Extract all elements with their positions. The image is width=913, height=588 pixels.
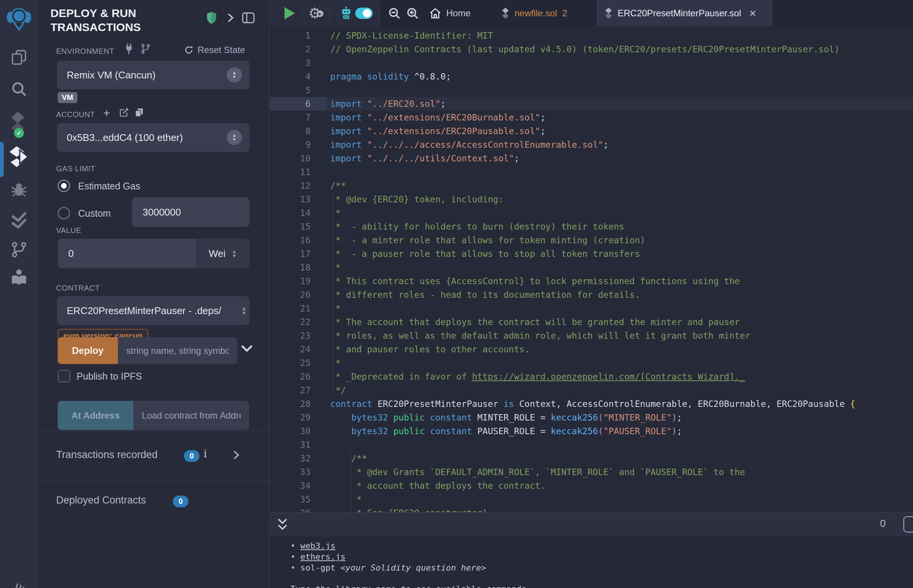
code-line-22[interactable]: 22 * The account that deploys the contra… [270,315,913,329]
code-line-8[interactable]: 8import "../extensions/ERC20Pausable.sol… [270,124,913,138]
value-input[interactable] [58,239,196,268]
remix-logo[interactable] [0,5,38,32]
code-line-3[interactable]: 3 [270,56,913,70]
code-line-23[interactable]: 23 * roles, as well as the default admin… [270,329,913,342]
fork-icon[interactable] [140,43,151,56]
code-line-6[interactable]: 6import "../ERC20.sol"; [270,97,913,111]
at-address-button[interactable]: At Address [58,401,133,430]
at-address-input[interactable] [133,401,249,430]
account-select[interactable]: 0x5B3...eddC4 (100 ether) ▲▼ [57,123,249,152]
code-line-27[interactable]: 27 */ [270,383,913,397]
code-line-32[interactable]: 32 /** [270,452,913,465]
code-line-4[interactable]: 4pragma solidity ^0.8.0; [270,70,913,83]
tab-erc20presetminterpauser[interactable]: ERC20PresetMinterPauser.sol × [597,0,772,26]
info-icon[interactable]: i [204,448,207,460]
code-line-9[interactable]: 9import "../../../access/AccessControlEn… [270,138,913,152]
line-number: 25 [270,356,327,370]
deploy-params-input[interactable] [118,337,237,364]
code-line-13[interactable]: 13 * @dev {ERC20} token, including: [270,192,913,206]
line-number: 18 [270,261,327,274]
script-config-gear-icon[interactable]: ⚙▶ [308,0,321,26]
code-line-34[interactable]: 34 * account that deploys the contract. [270,479,913,493]
select-updown-icon: ▲▼ [227,130,242,145]
deploy-run-icon[interactable] [0,145,38,168]
git-icon[interactable] [0,241,38,258]
unit-testing-icon[interactable] [0,211,38,230]
code-line-19[interactable]: 19 * This contract uses {AccessControl} … [270,274,913,288]
learneth-icon[interactable] [0,268,38,287]
code-line-29[interactable]: 29 bytes32 public constant MINTER_ROLE =… [270,411,913,424]
home-tab[interactable]: Home [429,0,471,26]
solidity-compiler-icon[interactable]: ✓ [0,111,38,136]
terminal-menu-icon[interactable] [903,516,913,533]
line-number: 6 [270,97,327,111]
tab-newfile[interactable]: newfile.sol 2 [501,0,567,26]
contract-value: ERC20PresetMinterPauser - .deps/ [67,305,222,317]
code-line-14[interactable]: 14 * [270,206,913,220]
code-line-17[interactable]: 17 * - a pauser role that allows to stop… [270,247,913,261]
sign-message-icon[interactable] [119,108,129,119]
code-line-21[interactable]: 21 * [270,302,913,315]
account-label: ACCOUNT [56,110,95,119]
code-line-16[interactable]: 16 * - a minter role that allows for tok… [270,233,913,247]
code-line-31[interactable]: 31 [270,438,913,452]
line-number: 27 [270,383,327,397]
code-line-10[interactable]: 10import "../../../utils/Context.sol"; [270,152,913,165]
environment-select[interactable]: Remix VM (Cancun) ▲▼ [57,61,249,89]
reset-state-button[interactable]: Reset State [184,45,245,55]
publish-ipfs-checkbox[interactable] [58,370,71,383]
panel-divider [38,481,269,481]
ai-copilot-toggle[interactable] [355,0,373,26]
code-line-30[interactable]: 30 bytes32 public constant PAUSER_ROLE =… [270,424,913,438]
contract-select[interactable]: ERC20PresetMinterPauser - .deps/ ▲▼ [57,296,249,325]
code-line-25[interactable]: 25 * [270,356,913,370]
code-line-33[interactable]: 33 * @dev Grants `DEFAULT_ADMIN_ROLE`, `… [270,465,913,479]
environment-value: Remix VM (Cancun) [67,69,155,81]
custom-gas-radio[interactable] [58,207,70,220]
code-line-2[interactable]: 2// OpenZeppelin Contracts (last updated… [270,42,913,56]
file-explorer-icon[interactable] [0,48,38,66]
code-line-1[interactable]: 1// SPDX-License-Identifier: MIT [270,29,913,42]
custom-gas-input[interactable] [132,197,249,227]
add-account-icon[interactable]: + [103,106,110,120]
code-line-26[interactable]: 26 * _Deprecated in favor of https://wiz… [270,370,913,383]
deploy-button[interactable]: Deploy [58,337,118,364]
estimated-gas-radio[interactable] [58,179,70,192]
reset-state-label: Reset State [197,45,245,55]
code-line-24[interactable]: 24 * and pauser roles to other accounts. [270,342,913,356]
ai-assistant-robot-icon[interactable] [340,0,352,26]
code-line-5[interactable]: 5 [270,83,913,97]
expand-chevron-icon[interactable] [226,13,235,24]
shield-icon[interactable] [206,11,217,26]
code-line-7[interactable]: 7import "../extensions/ERC20Burnable.sol… [270,111,913,124]
tab-close-icon[interactable]: × [749,8,756,19]
pin-panel-icon[interactable] [242,12,255,25]
code-line-18[interactable]: 18 * [270,261,913,274]
plug-icon[interactable] [124,43,134,56]
code-line-36[interactable]: 36 * See {ERC20-constructor}. [270,506,913,512]
collapse-terminal-icon[interactable] [277,518,288,534]
line-number: 31 [270,438,327,452]
code-line-35[interactable]: 35 * [270,493,913,506]
code-line-12[interactable]: 12/** [270,179,913,192]
zoom-out-icon[interactable] [388,0,401,26]
code-editor[interactable]: 1// SPDX-License-Identifier: MIT2// Open… [270,26,913,512]
terminal-entry[interactable]: •web3.js [290,540,913,551]
search-icon[interactable] [0,80,38,98]
debugger-icon[interactable] [0,180,38,199]
copy-account-icon[interactable] [134,108,144,119]
zoom-in-icon[interactable] [406,0,419,26]
code-line-11[interactable]: 11 [270,165,913,179]
deploy-expand-chevron-icon[interactable] [241,344,253,355]
code-line-20[interactable]: 20 * different roles - head to its docum… [270,288,913,302]
code-line-15[interactable]: 15 * - ability for holders to burn (dest… [270,220,913,233]
settings-icon[interactable] [0,580,38,588]
terminal-bar[interactable]: 0 [270,512,913,537]
run-script-icon[interactable] [283,0,296,26]
line-number: 10 [270,152,327,165]
transactions-expand-chevron-icon[interactable] [232,450,240,462]
terminal-output[interactable]: •web3.js•ethers.js•sol-gpt <your Solidit… [270,537,913,588]
code-line-28[interactable]: 28contract ERC20PresetMinterPauser is Co… [270,397,913,411]
value-unit-select[interactable]: Wei ▲▼ [196,239,249,268]
terminal-entry[interactable]: •ethers.js [290,551,913,562]
